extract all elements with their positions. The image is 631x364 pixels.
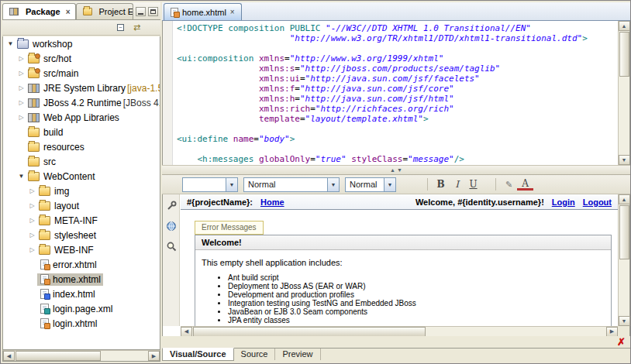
folder-icon <box>39 216 50 225</box>
maximize-icon[interactable] <box>148 7 158 16</box>
close-icon[interactable]: × <box>66 8 71 16</box>
tree-item[interactable]: login.page.xml <box>3 301 160 316</box>
scroll-up-icon[interactable]: ▲ <box>619 194 630 204</box>
scrollbar-thumb[interactable] <box>619 32 629 77</box>
bold-button[interactable]: B <box>433 177 449 192</box>
tab-visual-source[interactable]: Visual/Source <box>162 348 234 361</box>
home-link[interactable]: Home <box>260 197 284 207</box>
scroll-left-icon[interactable]: ◀ <box>3 351 15 361</box>
scroll-left-icon[interactable]: ◀ <box>181 327 192 337</box>
scrollbar-thumb[interactable] <box>619 205 629 259</box>
collapse-arrow-icon[interactable]: ▼ <box>16 173 26 180</box>
code-text-area[interactable]: <!DOCTYPE composition PUBLIC "-//W3C//DT… <box>177 23 618 165</box>
tree-item[interactable]: resources <box>3 139 160 154</box>
expand-arrow-icon[interactable]: ▷ <box>16 55 26 62</box>
minimize-icon[interactable] <box>136 7 146 16</box>
tab-project-explorer[interactable]: Project E <box>76 3 133 19</box>
expand-arrow-icon[interactable]: ▷ <box>16 84 26 91</box>
collapse-arrow-icon[interactable]: ▼ <box>5 40 16 47</box>
tree-item[interactable]: ▷src/hot <box>3 51 160 66</box>
code-token: "http://richfaces.org/rich" <box>316 104 454 114</box>
sash-down-icon[interactable]: ▼ <box>397 167 402 173</box>
chevron-down-icon[interactable]: ▼ <box>226 178 237 191</box>
tree-item[interactable]: ▷JBoss 4.2 Runtime [JBoss 4. <box>3 95 160 110</box>
scroll-right-icon[interactable]: ▶ <box>148 351 160 361</box>
error-messages-placeholder[interactable]: Error Messages <box>195 221 264 235</box>
visual-vertical-scrollbar[interactable]: ▲ ▼ <box>618 194 629 336</box>
tree-item[interactable]: ▷src/main <box>3 66 160 81</box>
error-icon[interactable]: ✗ <box>617 337 626 347</box>
xhtml-file-icon <box>40 259 49 270</box>
pencil-icon[interactable]: ✎ <box>501 177 517 192</box>
tree-item-label: img <box>54 186 69 197</box>
font-color-icon[interactable]: A <box>517 178 533 191</box>
sash-up-icon[interactable]: ▲ <box>390 167 395 173</box>
paragraph-format-combo[interactable]: Normal ▼ <box>243 177 340 192</box>
login-link[interactable]: Login <box>552 197 575 207</box>
wrench-icon[interactable] <box>164 199 178 213</box>
tree-item-suffix: [JBoss 4. <box>123 98 160 108</box>
tree-item[interactable]: home.xhtml <box>3 272 160 287</box>
visual-canvas[interactable]: #{projectName}: Home Welcome, #{identity… <box>181 194 618 326</box>
tree-item[interactable]: ▷layout <box>3 198 160 213</box>
expand-arrow-icon[interactable]: ▷ <box>27 202 37 209</box>
scrollbar-thumb[interactable] <box>16 351 101 361</box>
tree-item[interactable]: ▷stylesheet <box>3 228 160 242</box>
folder-icon <box>28 172 40 181</box>
scroll-right-icon[interactable]: ▶ <box>606 327 618 337</box>
tree-item[interactable]: build <box>3 125 160 139</box>
tree-horizontal-scrollbar[interactable]: ◀ ▶ <box>2 350 160 362</box>
tree-item[interactable]: ▼WebContent <box>3 169 160 184</box>
zoom-icon[interactable] <box>164 239 178 253</box>
expand-arrow-icon[interactable]: ▷ <box>16 70 26 77</box>
expand-arrow-icon[interactable]: ▷ <box>27 232 37 239</box>
chevron-down-icon[interactable]: ▼ <box>384 178 395 191</box>
editor-sash[interactable]: ▲ ▼ <box>162 165 630 175</box>
scroll-up-icon[interactable]: ▲ <box>619 21 630 31</box>
tree-item[interactable]: index.html <box>3 287 160 301</box>
tree-item[interactable]: ▼workshop <box>3 36 160 51</box>
visual-horizontal-scrollbar[interactable]: ◀ ▶ <box>181 326 618 336</box>
expand-arrow-icon[interactable]: ▷ <box>16 99 26 106</box>
tree-item-label: Web App Libraries <box>43 112 119 123</box>
expand-arrow-icon[interactable]: ▷ <box>16 114 26 121</box>
expand-arrow-icon[interactable]: ▷ <box>27 187 37 194</box>
collapse-all-icon[interactable]: − <box>114 22 127 34</box>
tree-item[interactable]: ▷META-INF <box>3 213 160 228</box>
expand-arrow-icon[interactable]: ▷ <box>27 217 37 224</box>
close-icon[interactable]: × <box>230 8 235 16</box>
tab-package-explorer[interactable]: Package × <box>2 3 76 19</box>
tab-home-xhtml[interactable]: home.xhtml × <box>164 3 242 20</box>
tab-preview[interactable]: Preview <box>275 349 320 360</box>
expand-arrow-icon[interactable]: ▷ <box>27 246 37 253</box>
tree-item-label: src/hot <box>43 53 71 64</box>
combo-value: Normal <box>350 180 377 189</box>
tree-item[interactable]: login.xhtml <box>3 316 160 331</box>
tree-item[interactable]: ▷img <box>3 184 160 198</box>
tree-item[interactable]: error.xhtml <box>3 257 160 272</box>
scroll-down-icon[interactable]: ▼ <box>619 155 630 165</box>
source-editor[interactable]: <!DOCTYPE composition PUBLIC "-//W3C//DT… <box>162 21 630 165</box>
italic-button[interactable]: I <box>449 177 465 192</box>
style-class-combo[interactable]: ▼ <box>182 177 238 192</box>
tree-item[interactable]: ▷WEB-INF <box>3 242 160 257</box>
tree-item[interactable]: src <box>3 154 160 169</box>
chevron-down-icon[interactable]: ▼ <box>327 178 339 191</box>
underline-button[interactable]: U <box>465 177 481 192</box>
tree-item[interactable]: ▷JRE System Library [java-1.5 <box>3 81 160 95</box>
tree-item-label: error.xhtml <box>53 259 97 270</box>
code-token: = <box>253 134 259 144</box>
source-vertical-scrollbar[interactable]: ▲ ▼ <box>618 21 629 165</box>
html-file-icon <box>40 289 49 299</box>
tree-item[interactable]: ▷Web App Libraries <box>3 110 160 125</box>
tree-item-content: stylesheet <box>37 229 98 242</box>
folder-icon <box>28 157 40 167</box>
scroll-down-icon[interactable]: ▼ <box>619 316 630 326</box>
font-size-combo[interactable]: Normal ▼ <box>345 177 396 192</box>
code-token: xmlns:h <box>259 94 295 104</box>
scrollbar-thumb[interactable] <box>193 327 426 337</box>
logout-link[interactable]: Logout <box>583 197 612 207</box>
link-editor-icon[interactable]: ⇄ <box>130 22 143 34</box>
globe-icon[interactable] <box>164 219 178 233</box>
tab-source[interactable]: Source <box>234 349 276 360</box>
